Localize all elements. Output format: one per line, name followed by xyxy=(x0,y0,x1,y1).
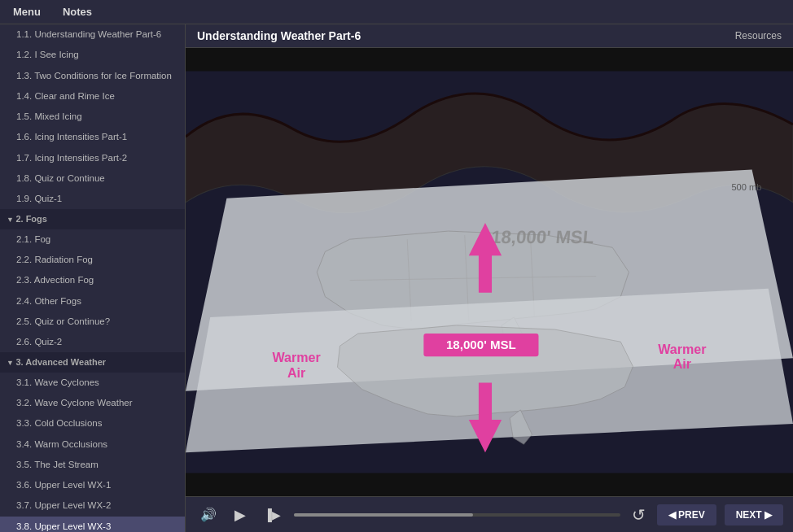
sidebar-item-1-9[interactable]: 1.9. Quiz-1 xyxy=(0,189,185,209)
progress-fill xyxy=(294,513,473,517)
sidebar-item-1-5[interactable]: 1.5. Mixed Icing xyxy=(0,107,185,127)
prev-button[interactable]: ◀ PREV xyxy=(657,504,716,525)
bottom-controls: 🔊 ▶ ▐▶ ↺ ◀ PREV NEXT ▶ xyxy=(186,496,793,532)
top-bar: Menu Notes xyxy=(0,0,793,24)
svg-text:Air: Air xyxy=(287,365,306,380)
sidebar-item-2-2[interactable]: 2.2. Radiation Fog xyxy=(0,250,185,270)
sidebar-item-3-5[interactable]: 3.5. The Jet Stream xyxy=(0,455,185,475)
content-header: Understanding Weather Part-6 Resources xyxy=(186,24,793,48)
sidebar-item-2-1[interactable]: 2.1. Fog xyxy=(0,229,185,250)
next-button[interactable]: NEXT ▶ xyxy=(725,504,783,525)
sidebar-item-3-6[interactable]: 3.6. Upper Level WX-1 xyxy=(0,475,185,495)
sidebar-item-1-3[interactable]: 1.3. Two Conditions for Ice Formation xyxy=(0,66,185,86)
sidebar-item-1-understanding[interactable]: 1.1. Understanding Weather Part-6 xyxy=(0,24,185,45)
sidebar-item-1-8[interactable]: 1.8. Quiz or Continue xyxy=(0,168,185,189)
svg-text:Warmer: Warmer xyxy=(658,342,707,356)
sidebar-item-1-4[interactable]: 1.4. Clear and Rime Ice xyxy=(0,86,185,107)
weather-visualization: 18,000' MSL xyxy=(186,48,793,496)
notes-button[interactable]: Notes xyxy=(58,4,97,20)
sidebar-item-3-2[interactable]: 3.2. Wave Cyclone Weather xyxy=(0,393,185,413)
video-area: 18,000' MSL xyxy=(186,48,793,496)
sidebar-item-2-5[interactable]: 2.5. Quiz or Continue? xyxy=(0,312,185,332)
step-button[interactable]: ▐▶ xyxy=(259,505,286,525)
sidebar-item-3-1[interactable]: 3.1. Wave Cyclones xyxy=(0,373,185,393)
sidebar-item-3-4[interactable]: 3.4. Warm Occlusions xyxy=(0,434,185,455)
sidebar-item-3-advanced[interactable]: 3. Advanced Weather xyxy=(0,352,185,373)
sidebar-item-3-3[interactable]: 3.3. Cold Occlusions xyxy=(0,413,185,434)
svg-text:18,000' MSL: 18,000' MSL xyxy=(490,227,594,247)
svg-text:Air: Air xyxy=(673,356,692,371)
svg-text:Warmer: Warmer xyxy=(272,350,321,364)
sidebar-item-2-3[interactable]: 2.3. Advection Fog xyxy=(0,270,185,290)
svg-text:18,000' MSL: 18,000' MSL xyxy=(446,338,516,351)
menu-button[interactable]: Menu xyxy=(8,4,46,20)
main-area: 1.1. Understanding Weather Part-61.2. I … xyxy=(0,24,793,532)
progress-bar[interactable] xyxy=(294,513,620,517)
sidebar-item-2-6[interactable]: 2.6. Quiz-2 xyxy=(0,332,185,352)
sidebar-item-3-7[interactable]: 3.7. Upper Level WX-2 xyxy=(0,495,185,516)
play-button[interactable]: ▶ xyxy=(230,503,251,527)
sidebar-item-3-8[interactable]: 3.8. Upper Level WX-3 xyxy=(0,517,185,533)
sidebar-item-2-4[interactable]: 2.4. Other Fogs xyxy=(0,291,185,312)
resources-button[interactable]: Resources xyxy=(735,30,782,41)
volume-button[interactable]: 🔊 xyxy=(195,504,221,525)
svg-text:500 mb: 500 mb xyxy=(731,182,761,192)
refresh-button[interactable]: ↺ xyxy=(629,502,649,528)
sidebar-item-1-6[interactable]: 1.6. Icing Intensities Part-1 xyxy=(0,127,185,147)
sidebar-item-1-2[interactable]: 1.2. I See Icing xyxy=(0,45,185,65)
content-area: Understanding Weather Part-6 Resources xyxy=(186,24,793,532)
sidebar-item-2-fogs[interactable]: 2. Fogs xyxy=(0,209,185,229)
sidebar-item-1-7[interactable]: 1.7. Icing Intensities Part-2 xyxy=(0,148,185,168)
page-title: Understanding Weather Part-6 xyxy=(197,29,361,42)
sidebar: 1.1. Understanding Weather Part-61.2. I … xyxy=(0,24,186,532)
